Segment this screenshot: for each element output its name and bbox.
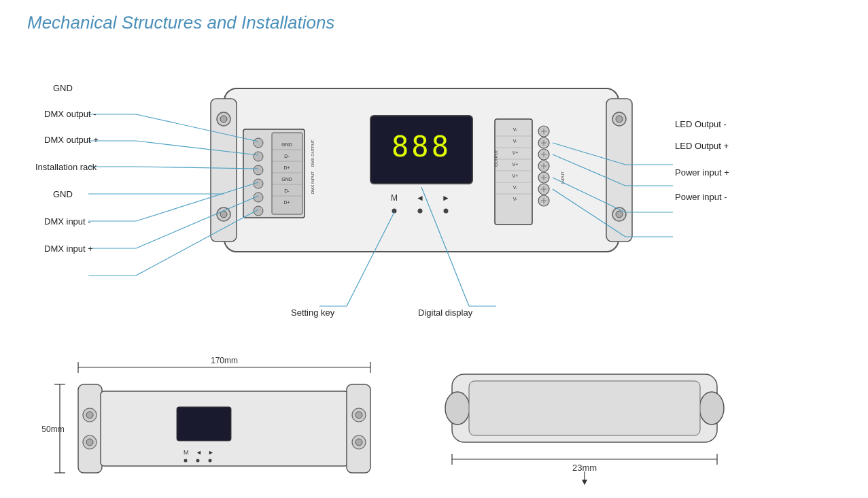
svg-text:D-: D-: [284, 188, 290, 193]
label-led-output-plus: LED Output +: [675, 141, 729, 151]
svg-point-14: [254, 165, 263, 175]
svg-rect-114: [177, 407, 231, 441]
label-led-output-minus: LED Output -: [675, 119, 727, 129]
svg-text:◄: ◄: [196, 449, 202, 456]
svg-text:GND: GND: [281, 142, 292, 147]
svg-text:V-: V-: [513, 185, 518, 190]
svg-point-111: [355, 412, 362, 418]
svg-text:V+: V+: [513, 162, 519, 167]
svg-point-13: [254, 152, 263, 161]
svg-text:DMX OUTPUT: DMX OUTPUT: [311, 139, 315, 167]
svg-rect-40: [495, 119, 532, 225]
page-title: Mechanical Structures and Installations: [27, 12, 334, 33]
svg-text:D+: D+: [283, 165, 290, 170]
label-setting-key: Setting key: [291, 308, 334, 318]
svg-rect-103: [78, 384, 102, 473]
svg-text:M: M: [184, 449, 189, 456]
svg-text:170mm: 170mm: [211, 356, 238, 365]
svg-text:23mm: 23mm: [572, 463, 597, 473]
svg-point-8: [616, 116, 623, 122]
label-installation-rack: Installation rack: [35, 162, 97, 172]
label-digital-display: Digital display: [418, 308, 472, 318]
svg-text:DMX INPUT: DMX INPUT: [311, 171, 315, 194]
svg-point-12: [254, 138, 263, 148]
svg-point-131: [699, 392, 724, 425]
label-power-input-plus: Power input +: [675, 167, 729, 178]
label-dmx-input-plus: DMX input +: [44, 244, 93, 254]
svg-point-38: [418, 209, 423, 214]
label-dmx-output-minus: DMX output -: [44, 109, 97, 119]
svg-text:M: M: [391, 193, 398, 203]
svg-text:◄: ◄: [416, 193, 424, 203]
svg-point-109: [86, 439, 93, 446]
dimension-side-view-svg: 23mm: [438, 361, 731, 486]
label-dmx-output-plus: DMX output +: [44, 135, 99, 145]
svg-text:V+: V+: [513, 173, 519, 178]
svg-text:D+: D+: [283, 200, 290, 205]
svg-marker-138: [582, 480, 587, 485]
dimension-top-view-svg: M ◄ ► 170mm 50mm: [41, 347, 421, 490]
svg-point-118: [184, 459, 188, 463]
svg-text:V+: V+: [513, 150, 519, 155]
svg-text:►: ►: [442, 193, 450, 203]
label-gnd-mid: GND: [53, 189, 73, 199]
diagram-svg: GND D- D+ GND D- D+ DMX OUTPUT DMX INPUT…: [0, 41, 868, 354]
svg-text:OUTPUT: OUTPUT: [494, 150, 498, 167]
svg-point-119: [196, 459, 200, 463]
svg-point-3: [220, 116, 227, 122]
svg-text:►: ►: [208, 449, 214, 456]
svg-text:V-: V-: [513, 127, 518, 132]
svg-rect-132: [469, 381, 700, 435]
svg-text:GND: GND: [281, 177, 292, 182]
svg-rect-105: [347, 384, 370, 473]
svg-text:50mm: 50mm: [41, 425, 64, 434]
label-dmx-input-minus: DMX input -: [44, 216, 91, 227]
svg-text:888: 888: [392, 130, 451, 163]
label-power-input-minus: Power input -: [675, 192, 727, 202]
svg-point-120: [209, 459, 212, 463]
svg-point-113: [355, 439, 362, 446]
svg-text:V-: V-: [513, 139, 518, 144]
svg-point-107: [86, 412, 93, 418]
label-gnd-top: GND: [53, 83, 73, 93]
svg-point-10: [616, 211, 623, 218]
svg-point-130: [445, 392, 470, 425]
svg-point-39: [444, 209, 449, 214]
svg-text:D-: D-: [284, 154, 290, 159]
svg-text:V-: V-: [513, 197, 518, 201]
